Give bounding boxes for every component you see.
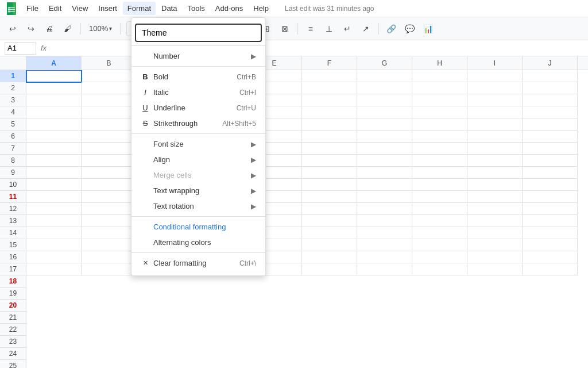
menu-item-theme[interactable]: Theme [135, 24, 262, 42]
cell-B1[interactable] [82, 70, 137, 82]
menu-view[interactable]: View [67, 2, 92, 15]
menu-item-alternating-colors[interactable]: Alternating colors [131, 235, 265, 250]
text-wrap-button[interactable]: ↵ [339, 21, 355, 37]
row-num-5[interactable]: 5 [0, 118, 26, 131]
row-num-6[interactable]: 6 [0, 131, 26, 143]
row-num-4[interactable]: 4 [0, 106, 26, 118]
menu-item-strikethrough[interactable]: S Strikethrough Alt+Shift+5 [131, 116, 265, 131]
menu-edit[interactable]: Edit [44, 2, 66, 15]
valign-button[interactable]: ⊥ [321, 21, 337, 37]
zoom-control[interactable]: 100% ▾ [86, 21, 115, 37]
row-num-23[interactable]: 23 [0, 336, 26, 348]
menu-item-font-size[interactable]: Font size ▶ [131, 136, 265, 152]
align-label: Align [153, 155, 170, 164]
cell-B2[interactable] [82, 82, 137, 94]
menu-help[interactable]: Help [249, 2, 273, 15]
menu-item-merge-left: Merge cells [141, 171, 191, 179]
row-num-14[interactable]: 14 [0, 227, 26, 239]
col-header-I[interactable]: I [467, 56, 523, 70]
table-row [26, 263, 588, 275]
strikethrough-label: Strikethrough [153, 119, 198, 128]
menu-item-italic[interactable]: I Italic Ctrl+I [131, 85, 265, 100]
menu-item-text-rotation[interactable]: Text rotation ▶ [131, 198, 265, 214]
menu-data[interactable]: Data [157, 2, 181, 15]
row-num-22[interactable]: 22 [0, 324, 26, 336]
undo-button[interactable]: ↩ [5, 21, 21, 37]
col-header-J[interactable]: J [523, 56, 578, 70]
cell-G1[interactable] [357, 70, 412, 82]
row-num-16[interactable]: 16 [0, 251, 26, 263]
row-num-17[interactable]: 17 [0, 263, 26, 275]
link-button[interactable]: 🔗 [384, 21, 400, 37]
row-num-8[interactable]: 8 [0, 155, 26, 167]
halign-button[interactable]: ≡ [303, 21, 319, 37]
merge-button[interactable]: ⊠ [277, 21, 293, 37]
menu-item-underline[interactable]: U Underline Ctrl+U [131, 100, 265, 116]
cell-J2[interactable] [523, 82, 578, 94]
menu-item-text-wrapping[interactable]: Text wrapping ▶ [131, 183, 265, 198]
menu-item-align[interactable]: Align ▶ [131, 152, 265, 167]
menu-item-rotation-left: Text rotation [141, 202, 194, 210]
zoom-value: 100% [89, 24, 108, 33]
cell-I1[interactable] [467, 70, 523, 82]
cell-F2[interactable] [302, 82, 357, 94]
menu-item-alternating-left: Alternating colors [141, 238, 211, 247]
cell-A3[interactable] [26, 94, 82, 106]
row-num-9[interactable]: 9 [0, 167, 26, 179]
col-header-F[interactable]: F [302, 56, 357, 70]
row-num-20[interactable]: 20 [0, 300, 26, 312]
row-num-18[interactable]: 18 [0, 275, 26, 288]
wrapping-arrow-icon: ▶ [251, 187, 256, 195]
row-num-7[interactable]: 7 [0, 143, 26, 155]
menu-item-clear-formatting[interactable]: ✕ Clear formatting Ctrl+\ [131, 255, 265, 271]
cell-A2[interactable] [26, 82, 82, 94]
comment-button[interactable]: 💬 [402, 21, 418, 37]
text-rotation-toolbar-button[interactable]: ↗ [358, 21, 374, 37]
row-num-1[interactable]: 1 [0, 70, 26, 82]
menu-insert[interactable]: Insert [94, 2, 122, 15]
row-num-12[interactable]: 12 [0, 203, 26, 215]
cell-I2[interactable] [467, 82, 523, 94]
cell-J1[interactable] [523, 70, 578, 82]
row-num-19[interactable]: 19 [0, 288, 26, 300]
row-num-15[interactable]: 15 [0, 239, 26, 251]
menu-tools[interactable]: Tools [183, 2, 209, 15]
theme-label: Theme [142, 28, 167, 37]
italic-shortcut: Ctrl+I [239, 89, 256, 97]
row-num-13[interactable]: 13 [0, 215, 26, 227]
merge-arrow-icon: ▶ [251, 171, 256, 179]
table-row [26, 179, 588, 191]
menu-item-conditional-formatting[interactable]: Conditional formatting [131, 219, 265, 235]
table-row [26, 131, 588, 143]
row-num-3[interactable]: 3 [0, 94, 26, 106]
col-header-A[interactable]: A [26, 56, 82, 70]
chart-button[interactable]: 📊 [420, 21, 436, 37]
cell-F1[interactable] [302, 70, 357, 82]
row-num-25[interactable]: 25 [0, 360, 26, 368]
row-num-10[interactable]: 10 [0, 179, 26, 191]
menu-file[interactable]: File [22, 2, 43, 15]
row-num-24[interactable]: 24 [0, 348, 26, 360]
menu-addons[interactable]: Add-ons [211, 2, 247, 15]
cell-H1[interactable] [412, 70, 467, 82]
menu-format[interactable]: Format [123, 2, 156, 15]
cell-reference-input[interactable] [5, 42, 36, 55]
paint-format-button[interactable]: 🖌 [60, 21, 76, 37]
menu-item-underline-left: U Underline [141, 103, 185, 112]
menu-item-bold[interactable]: B Bold Ctrl+B [131, 69, 265, 85]
zoom-dropdown-icon: ▾ [109, 25, 112, 32]
menu-item-number[interactable]: Number ▶ [131, 48, 265, 64]
cell-H2[interactable] [412, 82, 467, 94]
table-row [26, 106, 588, 118]
row-num-11[interactable]: 11 [0, 191, 26, 203]
col-header-B[interactable]: B [82, 56, 137, 70]
col-header-G[interactable]: G [357, 56, 412, 70]
sheet-area: A B C D E F G H I J 1 2 3 4 5 6 7 8 9 10… [0, 56, 588, 368]
col-header-H[interactable]: H [412, 56, 467, 70]
row-num-2[interactable]: 2 [0, 82, 26, 94]
row-num-21[interactable]: 21 [0, 312, 26, 324]
redo-button[interactable]: ↪ [23, 21, 39, 37]
print-button[interactable]: 🖨 [41, 21, 57, 37]
cell-A1[interactable] [26, 70, 82, 82]
cell-G2[interactable] [357, 82, 412, 94]
